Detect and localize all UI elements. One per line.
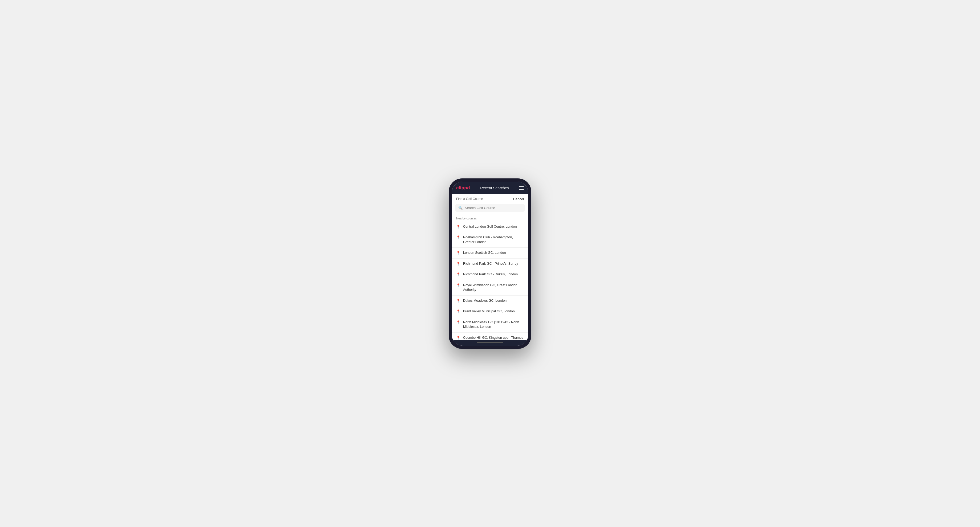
location-pin-icon: 📍 — [456, 251, 460, 255]
search-icon: 🔍 — [458, 206, 463, 210]
main-content: Find a Golf Course Cancel 🔍 Nearby cours… — [452, 194, 528, 340]
list-item[interactable]: 📍 London Scottish GC, London — [452, 248, 528, 259]
list-item[interactable]: 📍 Dukes Meadows GC, London — [452, 295, 528, 306]
nearby-label: Nearby courses — [452, 217, 528, 222]
course-name: Coombe Hill GC, Kingston upon Thames — [463, 335, 523, 340]
find-course-label: Find a Golf Course — [456, 197, 483, 201]
home-indicator — [452, 340, 528, 346]
list-item[interactable]: 📍 Coombe Hill GC, Kingston upon Thames — [452, 333, 528, 340]
list-item[interactable]: 📍 North Middlesex GC (1011942 - North Mi… — [452, 317, 528, 333]
search-input[interactable] — [465, 206, 522, 210]
course-list: 📍 Central London Golf Centre, London 📍 R… — [452, 222, 528, 340]
location-pin-icon: 📍 — [456, 321, 460, 324]
clippd-logo: clippd — [456, 185, 470, 190]
header-title: Recent Searches — [480, 186, 509, 190]
list-item[interactable]: 📍 Richmond Park GC - Prince's, Surrey — [452, 259, 528, 270]
location-pin-icon: 📍 — [456, 262, 460, 266]
location-pin-icon: 📍 — [456, 336, 460, 340]
course-name: Richmond Park GC - Prince's, Surrey — [463, 262, 518, 266]
list-item[interactable]: 📍 Roehampton Club - Roehampton, Greater … — [452, 232, 528, 248]
course-name: Dukes Meadows GC, London — [463, 298, 506, 303]
location-pin-icon: 📍 — [456, 283, 460, 287]
course-name: Roehampton Club - Roehampton, Greater Lo… — [463, 235, 524, 244]
find-course-header: Find a Golf Course Cancel — [452, 194, 528, 204]
location-pin-icon: 📍 — [456, 299, 460, 303]
phone-screen: clippd Recent Searches Find a Golf Cours… — [452, 182, 528, 346]
course-name: Central London Golf Centre, London — [463, 224, 517, 229]
home-indicator-bar — [477, 342, 503, 343]
hamburger-menu-icon[interactable] — [519, 186, 524, 190]
course-name: London Scottish GC, London — [463, 251, 506, 256]
app-header: clippd Recent Searches — [452, 182, 528, 194]
location-pin-icon: 📍 — [456, 272, 460, 276]
location-pin-icon: 📍 — [456, 310, 460, 313]
search-bar-container: 🔍 — [452, 204, 528, 214]
list-item[interactable]: 📍 Royal Wimbledon GC, Great London Autho… — [452, 280, 528, 295]
course-name: Brent Valley Municipal GC, London — [463, 309, 515, 314]
course-name: Richmond Park GC - Duke's, London — [463, 272, 518, 277]
nearby-section: Nearby courses 📍 Central London Golf Cen… — [452, 214, 528, 340]
list-item[interactable]: 📍 Richmond Park GC - Duke's, London — [452, 269, 528, 280]
course-name: Royal Wimbledon GC, Great London Authori… — [463, 283, 524, 292]
location-pin-icon: 📍 — [456, 225, 460, 229]
course-name: North Middlesex GC (1011942 - North Midd… — [463, 320, 524, 329]
search-bar[interactable]: 🔍 — [455, 204, 525, 212]
list-item[interactable]: 📍 Brent Valley Municipal GC, London — [452, 306, 528, 317]
phone-frame: clippd Recent Searches Find a Golf Cours… — [449, 178, 531, 349]
cancel-button[interactable]: Cancel — [513, 197, 524, 201]
location-pin-icon: 📍 — [456, 235, 460, 240]
list-item[interactable]: 📍 Central London Golf Centre, London — [452, 222, 528, 232]
